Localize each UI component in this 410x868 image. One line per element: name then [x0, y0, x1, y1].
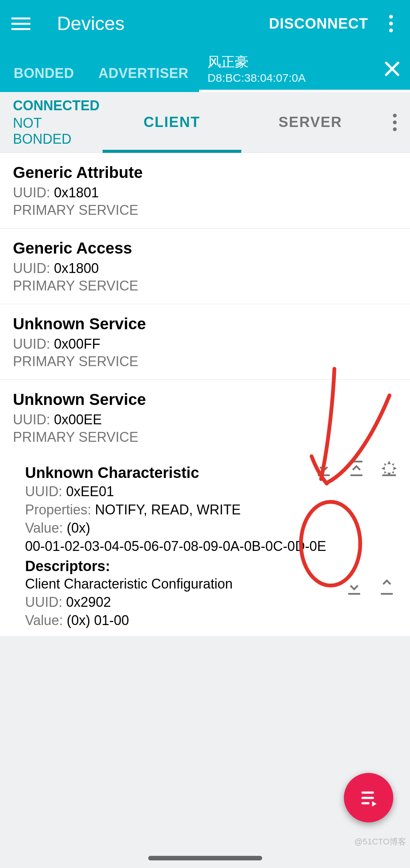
status-connected: CONNECTED	[13, 98, 103, 114]
service-type: PRIMARY SERVICE	[13, 429, 397, 445]
characteristic-uuid: 0xEE01	[66, 484, 114, 499]
value-label: Value:	[25, 613, 66, 628]
connection-status: CONNECTED NOT BONDED	[0, 98, 103, 147]
notify-icon[interactable]	[378, 457, 400, 479]
descriptor-value: (0x) 01-00	[66, 613, 129, 628]
uuid-label: UUID:	[13, 336, 54, 352]
characteristic-properties: NOTIFY, READ, WRITE	[95, 502, 241, 517]
characteristic-item: Unknown Characteristic UUID: 0xEE01 Prop…	[0, 448, 410, 636]
descriptors-label: Descriptors:	[25, 558, 402, 574]
tab-bonded[interactable]: BONDED	[0, 65, 85, 92]
uuid-label: UUID:	[13, 412, 54, 427]
page-title: Devices	[57, 13, 269, 35]
service-name: Unknown Service	[13, 315, 397, 333]
download-icon[interactable]	[313, 457, 335, 479]
svg-rect-3	[361, 802, 369, 805]
disconnect-button[interactable]: DISCONNECT	[269, 16, 368, 32]
service-name: Generic Attribute	[13, 163, 397, 182]
service-name: Unknown Service	[13, 390, 397, 409]
nav-handle[interactable]	[148, 856, 262, 860]
descriptor-uuid: 0x2902	[66, 594, 111, 610]
device-name: 风正豪	[207, 53, 383, 71]
tab-device[interactable]: 风正豪 D8:BC:38:04:07:0A	[199, 49, 410, 92]
descriptor-name: Client Characteristic Configuration	[25, 576, 343, 592]
tab-server[interactable]: SERVER	[241, 92, 380, 152]
service-item[interactable]: Unknown Service UUID: 0x00EE PRIMARY SER…	[0, 380, 410, 448]
service-item[interactable]: Unknown Service UUID: 0x00FF PRIMARY SER…	[0, 304, 410, 380]
uuid-label: UUID:	[25, 484, 66, 499]
device-mac: D8:BC:38:04:07:0A	[207, 71, 383, 84]
value-prefix: (0x)	[66, 520, 90, 536]
upload-icon[interactable]	[345, 457, 367, 479]
upload-icon[interactable]	[376, 576, 398, 598]
service-item[interactable]: Generic Access UUID: 0x1800 PRIMARY SERV…	[0, 229, 410, 304]
svg-rect-1	[361, 792, 374, 794]
uuid-label: UUID:	[13, 185, 54, 200]
service-uuid: 0x00EE	[54, 412, 102, 427]
service-name: Generic Access	[13, 239, 397, 257]
menu-icon[interactable]	[11, 14, 30, 33]
service-type: PRIMARY SERVICE	[13, 202, 397, 218]
tab-client[interactable]: CLIENT	[103, 92, 241, 152]
uuid-label: UUID:	[25, 594, 66, 610]
service-type: PRIMARY SERVICE	[13, 354, 397, 370]
status-bonded: NOT BONDED	[13, 115, 103, 147]
characteristic-value: 00-01-02-03-04-05-06-07-08-09-0A-0B-0C-0…	[25, 538, 326, 554]
close-icon[interactable]	[383, 59, 402, 78]
overflow-menu-icon[interactable]	[383, 15, 399, 32]
subbar-overflow-menu-icon[interactable]	[380, 114, 410, 131]
service-type: PRIMARY SERVICE	[13, 278, 397, 294]
properties-label: Properties:	[25, 502, 95, 517]
characteristic-name: Unknown Characteristic	[25, 457, 313, 481]
download-icon[interactable]	[343, 576, 365, 598]
watermark: @51CTO博客	[354, 836, 406, 847]
service-uuid: 0x1801	[54, 185, 99, 200]
fab-button[interactable]	[344, 773, 393, 822]
service-item[interactable]: Generic Attribute UUID: 0x1801 PRIMARY S…	[0, 153, 410, 229]
svg-rect-2	[361, 797, 374, 799]
service-uuid: 0x00FF	[54, 336, 100, 352]
uuid-label: UUID:	[13, 260, 54, 276]
value-label: Value:	[25, 520, 66, 536]
tab-advertiser[interactable]: ADVERTISER	[85, 65, 199, 92]
service-uuid: 0x1800	[54, 260, 99, 276]
